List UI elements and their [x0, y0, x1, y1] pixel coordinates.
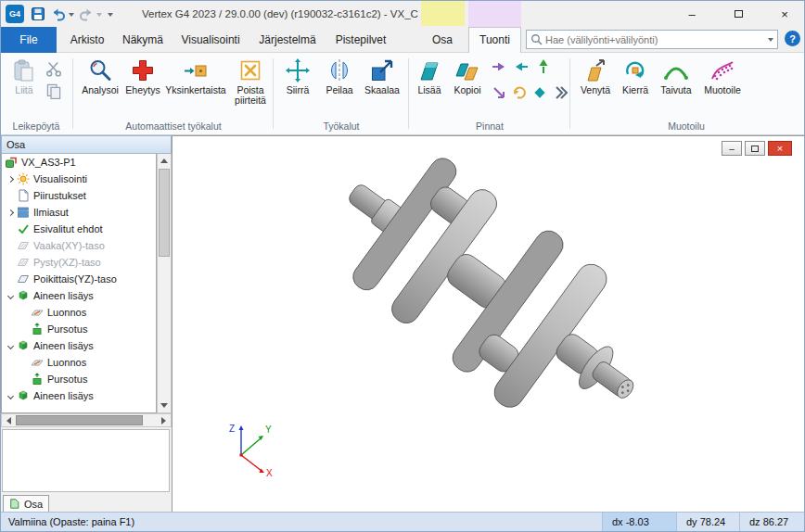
tab-nakyma[interactable]: Näkymä: [116, 27, 170, 53]
scroll-up-icon[interactable]: [158, 154, 171, 168]
tree-item-label: Poikittais(YZ)-taso: [33, 273, 117, 285]
paste-button[interactable]: Liitä: [6, 57, 42, 95]
twist-button[interactable]: Kierrä: [617, 57, 654, 95]
surface-copy-button[interactable]: Kopioi: [448, 57, 487, 95]
viewport-minimize-button[interactable]: –: [722, 141, 742, 156]
surface-add-button[interactable]: Lisää: [413, 57, 446, 95]
help-button[interactable]: ?: [785, 31, 800, 46]
ribbon-button-label: Eheytys: [125, 85, 160, 95]
surface-tool-4-icon[interactable]: [491, 84, 507, 101]
tree-item-label: Aineen lisäys: [33, 340, 94, 351]
tree-item[interactable]: Pursotus: [2, 321, 156, 337]
toolbar-options-icon[interactable]: [108, 13, 113, 17]
redo-dropdown-icon[interactable]: [96, 13, 102, 17]
bottom-tab-label: Osa: [24, 499, 43, 510]
viewport-close-button[interactable]: ×: [768, 141, 792, 156]
heal-button[interactable]: Eheytys: [123, 57, 162, 95]
tree-horizontal-scrollbar[interactable]: [1, 413, 172, 427]
plane-icon: [17, 239, 30, 252]
move-button[interactable]: Siirrä: [279, 57, 316, 95]
tree-item[interactable]: Luonnos: [2, 304, 156, 321]
window-title: Vertex G4 2023 / 29.0.00 (dev) (r190032-…: [142, 8, 418, 19]
tab-file[interactable]: File: [1, 27, 57, 53]
tab-jarjestelma[interactable]: Järjestelmä: [251, 27, 324, 53]
tree-item[interactable]: Ilmiasut: [2, 204, 156, 221]
tree-item[interactable]: Pursotus: [2, 371, 156, 387]
mirror-button[interactable]: Peilaa: [320, 57, 359, 95]
plane-icon: [17, 256, 30, 269]
tree-item[interactable]: Visualisointi: [2, 171, 156, 187]
surface-tool-2-icon[interactable]: [513, 58, 530, 75]
remove-features-button[interactable]: Poista piirteitä: [229, 57, 272, 106]
tree-item[interactable]: Luonnos: [2, 354, 156, 371]
tree-item[interactable]: Poikittais(YZ)-taso: [2, 271, 156, 287]
search-dropdown-icon[interactable]: [768, 38, 773, 42]
check-icon: [17, 222, 30, 235]
minimize-button[interactable]: –: [671, 1, 713, 27]
ribbon-button-label: Siirrä: [287, 85, 310, 95]
viewport-restore-button[interactable]: [745, 141, 765, 156]
tree-item[interactable]: Piirustukset: [2, 187, 156, 204]
tree-item[interactable]: Aineen lisäys: [2, 287, 156, 304]
tree-item[interactable]: Aineen lisäys: [2, 337, 156, 354]
shape-button[interactable]: Muotoile: [698, 57, 747, 95]
redo-icon[interactable]: [79, 6, 94, 21]
tab-visualisointi[interactable]: Visualisointi: [172, 27, 249, 53]
chevron-down-icon[interactable]: [5, 289, 17, 302]
surface-tool-3-icon[interactable]: [535, 58, 552, 75]
copy-icon[interactable]: [45, 82, 62, 99]
tab-arkisto[interactable]: Arkisto: [60, 27, 114, 53]
scrollbar-thumb[interactable]: [159, 169, 170, 257]
undo-icon[interactable]: [51, 6, 66, 21]
surface-tool-6-icon[interactable]: [531, 84, 548, 101]
tab-pistepilvet[interactable]: Pistepilvet: [326, 27, 396, 53]
analyze-button[interactable]: Analysoi: [79, 57, 121, 95]
sketch-icon: [31, 356, 44, 369]
tree-item[interactable]: Aineen lisäys: [2, 387, 156, 404]
preview-pane: [2, 429, 170, 492]
maximize-button[interactable]: [717, 1, 760, 27]
simplify-button[interactable]: Yksinkertaista: [164, 57, 227, 95]
model-viewport[interactable]: Z Y X – ×: [172, 135, 805, 512]
chevron-down-icon[interactable]: [5, 389, 17, 402]
tree-item[interactable]: Vaaka(XY)-taso: [2, 237, 156, 254]
tree-item[interactable]: VX_AS3-P1: [2, 154, 156, 171]
surface-tool-7-icon[interactable]: [552, 84, 569, 101]
stretch-button[interactable]: Venytä: [576, 57, 615, 95]
titlebar: G4 Vertex G4 2023 / 29.0.00 (dev) (r1900…: [1, 1, 804, 27]
tree-item[interactable]: Esivalitut ehdot: [2, 221, 156, 237]
save-icon[interactable]: [31, 6, 45, 21]
chevron-right-icon[interactable]: [5, 206, 17, 219]
surface-tool-5-icon[interactable]: [511, 84, 528, 101]
tree-item-label: Ilmiasut: [33, 207, 69, 218]
move-arrows-icon: [285, 57, 311, 83]
scale-button[interactable]: Skaalaa: [361, 57, 403, 95]
scroll-down-icon[interactable]: [158, 399, 171, 412]
group-label-auto-tools: Automaattiset työkalut: [75, 120, 272, 132]
search-input[interactable]: [545, 32, 757, 47]
scroll-left-icon[interactable]: [2, 414, 16, 426]
cube-icon: [17, 389, 30, 402]
tree-item-label: Aineen lisäys: [33, 390, 94, 401]
x-axis-label: X: [266, 468, 273, 478]
tree-item-label: VX_AS3-P1: [21, 157, 76, 168]
cut-scissors-icon[interactable]: [45, 60, 62, 77]
status-dy: dy 78.24: [676, 513, 739, 532]
ribbon-button-label: Venytä: [581, 85, 610, 95]
panel-bottom-tab-osa[interactable]: Osa: [3, 495, 49, 512]
scroll-right-icon[interactable]: [157, 414, 171, 426]
chevron-right-icon[interactable]: [5, 172, 17, 185]
tree-item[interactable]: Pysty(XZ)-taso: [2, 254, 156, 271]
scrollbar-thumb[interactable]: [16, 415, 143, 425]
bend-button[interactable]: Taivuta: [656, 57, 696, 95]
undo-dropdown-icon[interactable]: [69, 13, 74, 17]
tree-vertical-scrollbar[interactable]: [157, 154, 172, 413]
close-button[interactable]: ×: [763, 1, 805, 27]
chevron-down-icon[interactable]: [5, 339, 17, 352]
layers-icon: [17, 206, 30, 219]
tab-osa[interactable]: Osa: [420, 27, 465, 53]
surface-tool-1-icon[interactable]: [491, 58, 507, 75]
status-dz: dz 86.27: [739, 513, 805, 532]
tab-tuonti[interactable]: Tuonti: [468, 27, 521, 53]
tree-item-label: Aineen lisäys: [33, 290, 94, 301]
